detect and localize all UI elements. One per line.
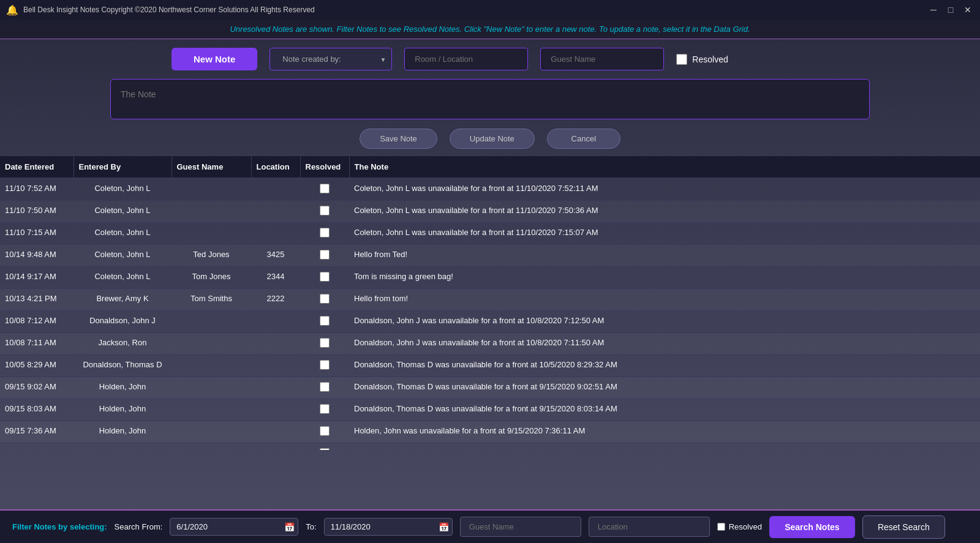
reset-search-button[interactable]: Reset Search: [862, 515, 945, 539]
search-from-date-input[interactable]: [170, 518, 298, 536]
row-resolved-checkbox[interactable]: [320, 448, 330, 450]
grid-wrapper[interactable]: Date Entered Entered By Guest Name Locat…: [0, 156, 980, 450]
cell-guest-name: [172, 355, 251, 377]
cell-entered-by: Coleton, John L: [74, 223, 172, 245]
cell-resolved[interactable]: [300, 289, 349, 311]
cell-note: Donaldson, Thomas D was unavailable for …: [349, 399, 980, 421]
row-resolved-checkbox[interactable]: [320, 382, 330, 392]
cell-location: [251, 311, 300, 333]
guest-name-input[interactable]: [540, 48, 664, 70]
cell-note: Donaldson, Thomas D was unavailable for …: [349, 355, 980, 377]
table-row[interactable]: 10/14 9:17 AMColeton, John LTom Jones234…: [0, 267, 980, 289]
grid-body: 11/10 7:52 AMColeton, John LColeton, Joh…: [0, 178, 980, 450]
row-resolved-checkbox[interactable]: [320, 360, 330, 370]
cell-date: 10/08 7:12 AM: [0, 311, 74, 333]
cancel-button[interactable]: Cancel: [547, 129, 620, 149]
search-from-date-wrapper: [170, 518, 298, 536]
table-row[interactable]: 11/10 7:50 AMColeton, John LColeton, Joh…: [0, 201, 980, 223]
maximize-button[interactable]: □: [944, 4, 957, 16]
row-resolved-checkbox[interactable]: [320, 184, 330, 193]
action-buttons: Save Note Update Note Cancel: [0, 129, 980, 149]
cell-entered-by: Donaldson, John J: [74, 311, 172, 333]
cell-resolved[interactable]: [300, 201, 349, 223]
minimize-button[interactable]: ─: [927, 4, 940, 16]
cell-location: 2344: [251, 267, 300, 289]
cell-resolved[interactable]: [300, 355, 349, 377]
top-controls: New Note Note created by: Resolved: [0, 39, 980, 79]
close-button[interactable]: ✕: [962, 4, 974, 16]
title-bar: 🔔 Bell Desk Insight Notes Copyright ©202…: [0, 0, 980, 20]
cell-guest-name: [172, 201, 251, 223]
cell-resolved[interactable]: [300, 333, 349, 355]
cell-location: [251, 399, 300, 421]
table-row[interactable]: 10/13 4:21 PMBrewer, Amy KTom Smiths2222…: [0, 289, 980, 311]
cell-resolved[interactable]: [300, 421, 349, 443]
cell-resolved[interactable]: [300, 223, 349, 245]
row-resolved-checkbox[interactable]: [320, 426, 330, 436]
cell-resolved[interactable]: [300, 443, 349, 451]
table-row[interactable]: 08/31 4:05 PMCunningham, Andy TFranks, R…: [0, 443, 980, 451]
resolved-text: Resolved: [692, 54, 728, 64]
row-resolved-checkbox[interactable]: [320, 404, 330, 414]
created-by-select[interactable]: Note created by:: [270, 48, 392, 70]
col-header-date: Date Entered: [0, 156, 74, 178]
row-resolved-checkbox[interactable]: [320, 294, 330, 304]
bottom-guest-name-input[interactable]: [460, 517, 581, 537]
cell-resolved[interactable]: [300, 178, 349, 201]
cell-entered-by: Coleton, John L: [74, 267, 172, 289]
main-content: Unresolved Notes are shown. Filter Notes…: [0, 20, 980, 509]
bottom-resolved-label[interactable]: Resolved: [717, 522, 762, 531]
table-row[interactable]: 10/14 9:48 AMColeton, John LTed Jones342…: [0, 245, 980, 267]
table-row[interactable]: 11/10 7:15 AMColeton, John LColeton, Joh…: [0, 223, 980, 245]
cell-note: Donaldson, John J was unavailable for a …: [349, 333, 980, 355]
note-textarea[interactable]: [110, 79, 870, 119]
cell-location: [251, 421, 300, 443]
table-row[interactable]: 10/08 7:11 AMJackson, RonDonaldson, John…: [0, 333, 980, 355]
banner-text: Unresolved Notes are shown. Filter Notes…: [230, 24, 750, 34]
row-resolved-checkbox[interactable]: [320, 228, 330, 238]
cell-resolved[interactable]: [300, 377, 349, 399]
cell-guest-name: [172, 443, 251, 451]
row-resolved-checkbox[interactable]: [320, 250, 330, 260]
update-note-button[interactable]: Update Note: [450, 129, 535, 149]
search-notes-button[interactable]: Search Notes: [769, 516, 855, 538]
row-resolved-checkbox[interactable]: [320, 316, 330, 326]
cell-entered-by: Donaldson, Thomas D: [74, 355, 172, 377]
cell-guest-name: [172, 421, 251, 443]
new-note-button[interactable]: New Note: [172, 48, 257, 70]
cell-resolved[interactable]: [300, 245, 349, 267]
bottom-resolved-checkbox[interactable]: [717, 523, 725, 531]
data-grid-container: Date Entered Entered By Guest Name Locat…: [0, 156, 980, 509]
resolved-checkbox[interactable]: [676, 54, 687, 65]
filter-label: Filter Notes by selecting:: [12, 522, 107, 531]
cell-resolved[interactable]: [300, 267, 349, 289]
bottom-location-input[interactable]: [589, 517, 710, 537]
table-row[interactable]: 09/15 7:36 AMHolden, JohnHolden, John wa…: [0, 421, 980, 443]
row-resolved-checkbox[interactable]: [320, 206, 330, 215]
room-location-input[interactable]: [404, 48, 528, 70]
cell-date: 10/14 9:48 AM: [0, 245, 74, 267]
row-resolved-checkbox[interactable]: [320, 338, 330, 348]
table-row[interactable]: 10/08 7:12 AMDonaldson, John JDonaldson,…: [0, 311, 980, 333]
app-icon: 🔔: [6, 4, 18, 16]
table-row[interactable]: 10/05 8:29 AMDonaldson, Thomas DDonaldso…: [0, 355, 980, 377]
cell-entered-by: Holden, John: [74, 377, 172, 399]
row-resolved-checkbox[interactable]: [320, 272, 330, 282]
bottom-resolved-text: Resolved: [729, 522, 762, 531]
table-row[interactable]: 09/15 9:02 AMHolden, JohnDonaldson, Thom…: [0, 377, 980, 399]
cell-location: [251, 223, 300, 245]
table-row[interactable]: 09/15 8:03 AMHolden, JohnDonaldson, Thom…: [0, 399, 980, 421]
cell-resolved[interactable]: [300, 311, 349, 333]
cell-note: Coleton, John L was unavailable for a fr…: [349, 223, 980, 245]
save-note-button[interactable]: Save Note: [360, 129, 437, 149]
cell-note: Franks, Ron was unavailable for a front …: [349, 443, 980, 451]
cell-entered-by: Jackson, Ron: [74, 333, 172, 355]
cell-date: 11/10 7:15 AM: [0, 223, 74, 245]
to-date-input[interactable]: [324, 518, 453, 536]
cell-date: 10/05 8:29 AM: [0, 355, 74, 377]
resolved-label[interactable]: Resolved: [676, 54, 728, 65]
cell-resolved[interactable]: [300, 399, 349, 421]
table-row[interactable]: 11/10 7:52 AMColeton, John LColeton, Joh…: [0, 178, 980, 201]
title-bar-left: 🔔 Bell Desk Insight Notes Copyright ©202…: [6, 4, 315, 16]
cell-entered-by: Coleton, John L: [74, 201, 172, 223]
